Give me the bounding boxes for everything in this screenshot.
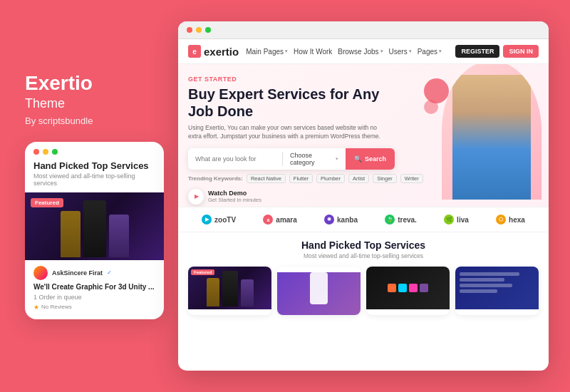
decorative-circle-2 bbox=[424, 100, 438, 114]
browser-dot-green bbox=[205, 27, 211, 33]
logo-amara: a amara bbox=[263, 215, 296, 225]
search-input[interactable] bbox=[188, 155, 282, 163]
cube-2 bbox=[398, 284, 407, 292]
hero-title: Buy Expert Services for Any Job Done bbox=[188, 86, 388, 120]
nav-users[interactable]: Users ▾ bbox=[389, 48, 412, 56]
figure-2 bbox=[83, 200, 106, 257]
liva-label: liva bbox=[457, 216, 469, 224]
hero-image bbox=[442, 64, 542, 200]
amara-icon: a bbox=[263, 215, 273, 225]
zootv-icon: ▶ bbox=[202, 215, 212, 225]
service-title: We'll Create Graphic For 3d Unity ... bbox=[25, 283, 164, 294]
mobile-card-subtitle: Most viewed and all-time top-selling ser… bbox=[25, 172, 164, 192]
app-bar-1 bbox=[460, 272, 519, 276]
zootv-label: zooTV bbox=[214, 216, 236, 224]
service-card-4 bbox=[455, 267, 539, 315]
guy-silhouette bbox=[452, 75, 531, 200]
figure-1 bbox=[61, 211, 81, 257]
card-featured-badge-1: Featured bbox=[191, 269, 214, 275]
service-card-image-3 bbox=[366, 267, 450, 309]
section-subtitle: Most viewed and all-time top-selling ser… bbox=[188, 252, 539, 259]
dot-green-icon bbox=[52, 149, 58, 155]
browser-dot-yellow bbox=[196, 27, 202, 33]
user-name: AskSincere Firat bbox=[52, 269, 103, 277]
order-count: 1 Order in queue bbox=[25, 294, 164, 304]
liva-icon: 🌿 bbox=[444, 215, 454, 225]
trending-plumber[interactable]: Plumber bbox=[316, 174, 345, 183]
treva-label: treva. bbox=[398, 216, 417, 224]
mobile-card-user: AskSincere Firat ✓ bbox=[25, 260, 164, 283]
trending-flutter[interactable]: Flutter bbox=[289, 174, 313, 183]
nav-pages[interactable]: Pages ▾ bbox=[418, 48, 442, 56]
play-button[interactable]: ▶ bbox=[188, 189, 204, 205]
trending-singer[interactable]: Singer bbox=[373, 174, 397, 183]
logo-treva: 🍃 treva. bbox=[385, 215, 417, 225]
nav-how-it-work[interactable]: How It Work bbox=[294, 48, 332, 56]
cube-3 bbox=[409, 284, 418, 292]
service-card-2 bbox=[277, 267, 361, 315]
play-icon: ▶ bbox=[195, 193, 199, 200]
cube-group bbox=[366, 267, 450, 309]
logo-text: exertio bbox=[204, 46, 239, 58]
browser-dot-red bbox=[187, 27, 192, 33]
app-bars bbox=[455, 267, 539, 299]
dot-yellow-icon bbox=[43, 149, 48, 155]
hero-section: GET STARTED Buy Expert Services for Any … bbox=[178, 64, 549, 207]
service-card-1: Featured bbox=[188, 267, 271, 315]
mobile-card-header bbox=[25, 142, 164, 160]
brand-by: By scriptsbundle bbox=[25, 115, 167, 126]
logo-zootv: ▶ zooTV bbox=[202, 215, 236, 225]
browser-window: e exertio Main Pages ▾ How It Work Brows… bbox=[178, 21, 549, 371]
app-bar-3 bbox=[460, 284, 512, 287]
service-card-image-1: Featured bbox=[188, 267, 271, 309]
nav-browse-jobs[interactable]: Browse Jobs ▾ bbox=[338, 48, 383, 56]
register-button[interactable]: REGISTER bbox=[455, 45, 499, 58]
trending-label: Trending Keywords: bbox=[188, 175, 243, 182]
logo-kanba: ❋ kanba bbox=[324, 215, 358, 225]
star-icon: ★ bbox=[33, 304, 39, 311]
avatar bbox=[33, 266, 48, 280]
left-panel: Exertio Theme By scriptsbundle Hand Pick… bbox=[25, 73, 167, 319]
trending-artist[interactable]: Artist bbox=[348, 174, 369, 183]
featured-badge: Featured bbox=[31, 198, 63, 207]
watch-demo-text: Watch Demo Get Started In minutes bbox=[208, 190, 261, 203]
nav-buttons: REGISTER SIGN IN bbox=[455, 45, 539, 58]
kanba-label: kanba bbox=[337, 216, 358, 224]
search-button[interactable]: 🔍 Search bbox=[346, 148, 395, 170]
hero-description: Using Exertio, You can make your own ser… bbox=[188, 124, 380, 141]
signin-button[interactable]: SIGN IN bbox=[503, 45, 539, 58]
search-icon: 🔍 bbox=[354, 155, 362, 163]
search-bar[interactable]: Choose category ▾ 🔍 Search bbox=[188, 148, 395, 170]
logo-hexa: ⬡ hexa bbox=[496, 215, 525, 225]
trending-react-native[interactable]: React Native bbox=[247, 174, 286, 183]
section-title: Hand Picked Top Services bbox=[188, 239, 539, 251]
verified-icon: ✓ bbox=[107, 269, 112, 276]
category-selector[interactable]: Choose category ▾ bbox=[283, 152, 346, 166]
nav-main-pages[interactable]: Main Pages ▾ bbox=[246, 48, 288, 56]
browser-bar bbox=[178, 21, 549, 39]
hexa-label: hexa bbox=[509, 216, 525, 224]
card-figure-1a bbox=[207, 278, 219, 306]
watch-title: Watch Demo bbox=[208, 190, 261, 197]
logo-liva: 🌿 liva bbox=[444, 215, 469, 225]
search-btn-label: Search bbox=[365, 155, 386, 163]
rating-text: No Reviews bbox=[41, 304, 72, 310]
category-chevron-icon: ▾ bbox=[336, 156, 338, 162]
figure-3 bbox=[109, 215, 129, 257]
treva-icon: 🍃 bbox=[385, 215, 395, 225]
nav-links[interactable]: Main Pages ▾ How It Work Browse Jobs ▾ U… bbox=[246, 48, 448, 56]
service-card-3 bbox=[366, 267, 450, 315]
watch-subtitle: Get Started In minutes bbox=[208, 197, 261, 203]
card-figure-1b bbox=[222, 271, 238, 306]
rating: ★ No Reviews bbox=[25, 304, 164, 311]
app-bar-2 bbox=[460, 278, 504, 282]
card-figure-1c bbox=[241, 279, 254, 306]
mobile-preview-card: Hand Picked Top Services Most viewed and… bbox=[25, 142, 164, 319]
kanba-icon: ❋ bbox=[324, 215, 334, 225]
service-cards-grid: Featured bbox=[188, 267, 539, 315]
hexa-icon: ⬡ bbox=[496, 215, 506, 225]
brand-subtitle: Theme bbox=[25, 96, 167, 111]
amara-label: amara bbox=[276, 216, 296, 224]
cube-4 bbox=[420, 284, 428, 292]
trending-writer[interactable]: Writer bbox=[400, 174, 423, 183]
